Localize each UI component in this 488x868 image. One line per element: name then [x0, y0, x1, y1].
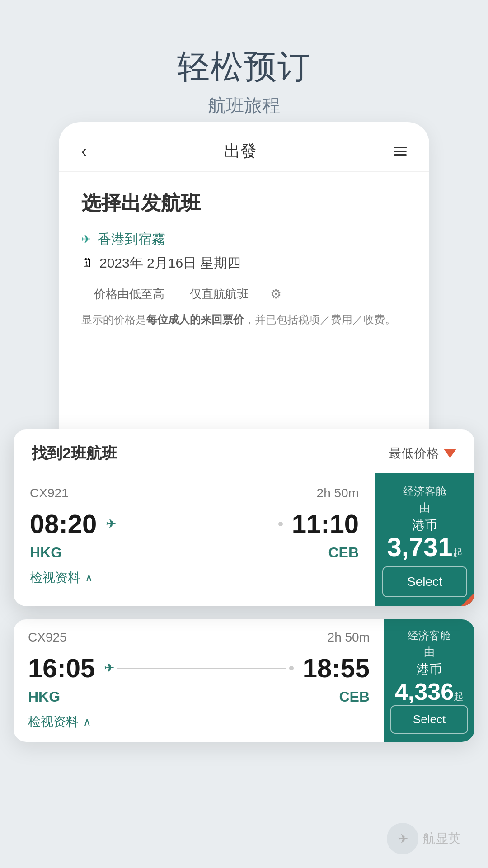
second-results-card: CX925 2h 50m 16:05 ✈ 18:55 HKG CEB [14, 619, 474, 742]
flight-1-left: CX921 2h 50m 08:20 ✈ 11:10 HKG CEB [14, 473, 375, 606]
chevron-up-icon-2: ∧ [83, 716, 91, 728]
flight-2-number: CX925 [28, 630, 67, 645]
watermark-symbol: ✈ [398, 831, 408, 846]
flight-2-dot [289, 666, 294, 670]
menu-line-3 [394, 154, 407, 156]
flight-1-by: 由 [419, 500, 430, 515]
flight-1-select-button[interactable]: Select [382, 566, 467, 597]
page-title: 轻松预订 [0, 45, 488, 89]
flight-2-line [117, 668, 286, 669]
flight-1-cabin: 经济客舱 [403, 484, 446, 499]
flight-1-arrow: ✈ [106, 516, 282, 531]
flight-1-number-row: CX921 2h 50m [30, 486, 359, 500]
watermark-label: 航显英 [423, 830, 461, 847]
flight-2-times: 16:05 ✈ 18:55 [28, 653, 370, 683]
flight-2-duration: 2h 50m [328, 630, 370, 645]
flight-2-airports: HKG CEB [28, 689, 370, 705]
watermark: ✈ 航显英 [387, 823, 461, 854]
results-header: 找到2班航班 最低价格 [14, 429, 474, 473]
flight-1-number: CX921 [30, 486, 69, 500]
phone-nav: ‹ 出發 [59, 122, 429, 172]
flight-1-currency: 港币 [412, 517, 437, 534]
menu-line-2 [394, 151, 407, 152]
flight-1-price-value: 3,731 [387, 532, 452, 561]
results-count: 找到2班航班 [32, 443, 117, 464]
price-disclaimer: 显示的价格是每位成人的来回票价，并已包括税项／费用／收费。 [81, 311, 407, 328]
flight-1-view-details[interactable]: 检视资料 ∧ [30, 569, 359, 586]
flight-2-cabin: 经济客舱 [408, 628, 451, 643]
select-flight-title: 选择出发航班 [81, 190, 407, 217]
sort-label: 最低价格 [389, 445, 439, 462]
flight-2-plane-icon: ✈ [104, 660, 114, 675]
flight-2-price: 经济客舱 由 港币 4,336起 Select [384, 619, 474, 742]
watermark-icon: ✈ [387, 823, 418, 854]
nav-title: 出發 [224, 140, 257, 162]
flight-2-price-suffix: 起 [454, 691, 464, 702]
page-header: 轻松预订 航班旅程 [0, 0, 488, 136]
flight-2-arrive: 18:55 [303, 653, 370, 683]
chevron-up-icon: ∧ [85, 571, 93, 584]
flight-1-plane-icon: ✈ [106, 516, 116, 531]
flight-2-destination: CEB [339, 689, 370, 705]
flight-1-airports: HKG CEB [30, 544, 359, 561]
flight-1-line [119, 524, 275, 524]
menu-line-1 [394, 147, 407, 148]
flight-2-by: 由 [424, 645, 435, 659]
page-background: 轻松预订 航班旅程 ‹ 出發 选择出发航班 ✈ 香港到宿霧 🗓 2023年 2月… [0, 0, 488, 868]
date-text: 2023年 2月16日 星期四 [99, 254, 241, 273]
flight-1-destination: CEB [328, 544, 359, 561]
calendar-icon: 🗓 [81, 256, 93, 270]
flight-1-times: 08:20 ✈ 11:10 [30, 509, 359, 539]
corner-triangle-icon [461, 593, 474, 606]
results-sort[interactable]: 最低价格 [389, 445, 456, 462]
flight-1-price-block: 3,731起 [387, 534, 462, 560]
flight-1-depart: 08:20 [30, 509, 97, 539]
phone-content: 选择出发航班 ✈ 香港到宿霧 🗓 2023年 2月16日 星期四 价格由低至高 … [59, 172, 429, 355]
filter-options-icon[interactable]: ⚙ [261, 287, 282, 302]
menu-button[interactable] [394, 147, 407, 156]
flight-row-1: CX921 2h 50m 08:20 ✈ 11:10 HKG CEB [14, 473, 474, 606]
date-info-row: 🗓 2023年 2月16日 星期四 [81, 254, 407, 273]
flight-2-number-row: CX925 2h 50m [28, 630, 370, 645]
sort-triangle-icon [444, 449, 456, 458]
flight-1-price-suffix: 起 [453, 547, 463, 558]
flight-row-2: CX925 2h 50m 16:05 ✈ 18:55 HKG CEB [14, 619, 474, 742]
flight-2-price-block: 4,336起 [395, 678, 464, 705]
filter-row: 价格由低至高 仅直航航班 ⚙ [81, 286, 407, 302]
page-subtitle: 航班旅程 [0, 93, 488, 118]
back-button[interactable]: ‹ [81, 142, 87, 161]
flight-2-view-details[interactable]: 检视资料 ∧ [28, 713, 370, 731]
flight-1-details-label: 检视资料 [30, 569, 80, 586]
flight-1-duration: 2h 50m [317, 486, 359, 500]
flight-2-details-label: 检视资料 [28, 713, 79, 731]
flight-1-dot [278, 522, 283, 526]
flight-1-price: 经济客舱 由 港币 3,731起 Select [375, 473, 474, 606]
route-text: 香港到宿霧 [98, 230, 165, 249]
flight-1-arrive: 11:10 [292, 509, 359, 539]
results-card: 找到2班航班 最低价格 CX921 2h 50m 08:20 ✈ [14, 429, 474, 606]
plane-icon: ✈ [81, 232, 91, 246]
flight-2-select-button[interactable]: Select [390, 705, 468, 734]
filter-direct[interactable]: 仅直航航班 [177, 286, 261, 302]
flight-2-depart: 16:05 [28, 653, 95, 683]
flight-1-origin: HKG [30, 544, 62, 561]
flight-2-arrow: ✈ [104, 660, 293, 675]
filter-price[interactable]: 价格由低至高 [81, 286, 177, 302]
flight-2-origin: HKG [28, 689, 60, 705]
route-info-row: ✈ 香港到宿霧 [81, 230, 407, 249]
flight-2-price-value: 4,336 [395, 679, 454, 705]
flight-2-left: CX925 2h 50m 16:05 ✈ 18:55 HKG CEB [14, 619, 384, 742]
flight-2-currency: 港币 [417, 661, 442, 678]
